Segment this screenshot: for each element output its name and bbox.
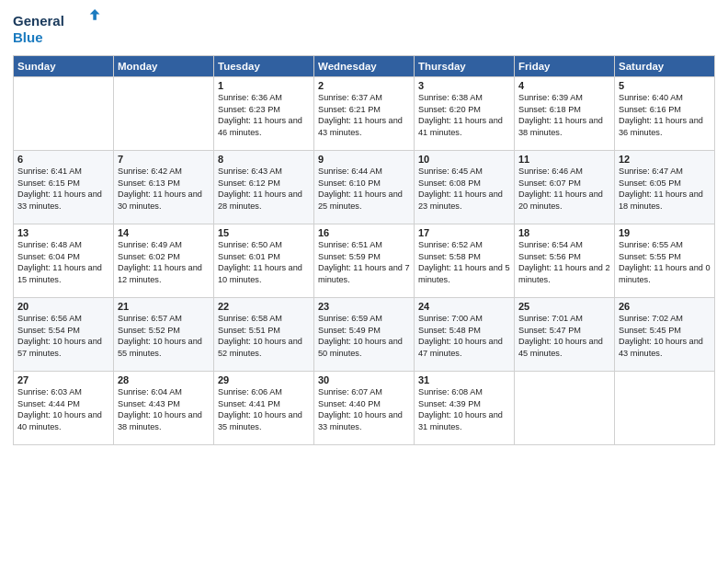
logo-svg: General Blue xyxy=(13,9,100,50)
calendar-cell: 27Sunrise: 6:03 AMSunset: 4:44 PMDayligh… xyxy=(14,372,114,445)
cell-content: Sunrise: 6:37 AMSunset: 6:21 PMDaylight:… xyxy=(318,92,410,139)
cell-content: Sunrise: 6:57 AMSunset: 5:52 PMDaylight:… xyxy=(118,313,210,360)
cell-content: Sunrise: 6:08 AMSunset: 4:39 PMDaylight:… xyxy=(418,386,510,433)
col-header-friday: Friday xyxy=(515,56,615,77)
day-number: 11 xyxy=(518,154,610,165)
calendar-cell: 12Sunrise: 6:47 AMSunset: 6:05 PMDayligh… xyxy=(615,151,715,224)
cell-content: Sunrise: 6:41 AMSunset: 6:15 PMDaylight:… xyxy=(17,166,109,213)
cell-content: Sunrise: 6:38 AMSunset: 6:20 PMDaylight:… xyxy=(418,92,510,139)
calendar-cell: 1Sunrise: 6:36 AMSunset: 6:23 PMDaylight… xyxy=(214,77,314,151)
calendar-cell: 23Sunrise: 6:59 AMSunset: 5:49 PMDayligh… xyxy=(314,298,415,372)
col-header-sunday: Sunday xyxy=(14,56,114,77)
calendar-cell: 31Sunrise: 6:08 AMSunset: 4:39 PMDayligh… xyxy=(415,372,515,445)
week-row-4: 20Sunrise: 6:56 AMSunset: 5:54 PMDayligh… xyxy=(14,298,715,372)
calendar-cell: 3Sunrise: 6:38 AMSunset: 6:20 PMDaylight… xyxy=(415,77,515,151)
header: General Blue xyxy=(13,9,715,50)
day-number: 27 xyxy=(17,374,109,385)
day-number: 6 xyxy=(17,154,109,165)
week-row-2: 6Sunrise: 6:41 AMSunset: 6:15 PMDaylight… xyxy=(14,151,715,224)
calendar-cell: 6Sunrise: 6:41 AMSunset: 6:15 PMDaylight… xyxy=(14,151,114,224)
cell-content: Sunrise: 6:49 AMSunset: 6:02 PMDaylight:… xyxy=(118,239,210,286)
day-number: 22 xyxy=(218,301,310,312)
cell-content: Sunrise: 6:44 AMSunset: 6:10 PMDaylight:… xyxy=(318,166,410,213)
day-number: 4 xyxy=(518,80,610,91)
svg-text:Blue: Blue xyxy=(13,29,43,45)
cell-content: Sunrise: 6:36 AMSunset: 6:23 PMDaylight:… xyxy=(218,92,310,139)
cell-content: Sunrise: 6:40 AMSunset: 6:16 PMDaylight:… xyxy=(619,92,711,139)
day-number: 18 xyxy=(518,227,610,238)
calendar-page: General Blue SundayMondayTuesdayWednesda… xyxy=(0,0,728,563)
calendar-cell: 9Sunrise: 6:44 AMSunset: 6:10 PMDaylight… xyxy=(314,151,415,224)
calendar-cell: 26Sunrise: 7:02 AMSunset: 5:45 PMDayligh… xyxy=(615,298,715,372)
header-row: SundayMondayTuesdayWednesdayThursdayFrid… xyxy=(14,56,715,77)
day-number: 30 xyxy=(318,374,410,385)
calendar-cell xyxy=(515,372,615,445)
day-number: 3 xyxy=(418,80,510,91)
cell-content: Sunrise: 6:55 AMSunset: 5:55 PMDaylight:… xyxy=(619,239,711,286)
day-number: 26 xyxy=(619,301,711,312)
cell-content: Sunrise: 7:01 AMSunset: 5:47 PMDaylight:… xyxy=(518,313,610,360)
cell-content: Sunrise: 6:51 AMSunset: 5:59 PMDaylight:… xyxy=(318,239,410,286)
cell-content: Sunrise: 6:07 AMSunset: 4:40 PMDaylight:… xyxy=(318,386,410,433)
cell-content: Sunrise: 6:03 AMSunset: 4:44 PMDaylight:… xyxy=(17,386,109,433)
day-number: 8 xyxy=(218,154,310,165)
calendar-cell: 24Sunrise: 7:00 AMSunset: 5:48 PMDayligh… xyxy=(415,298,515,372)
cell-content: Sunrise: 6:50 AMSunset: 6:01 PMDaylight:… xyxy=(218,239,310,286)
day-number: 14 xyxy=(118,227,210,238)
cell-content: Sunrise: 6:52 AMSunset: 5:58 PMDaylight:… xyxy=(418,239,510,286)
calendar-cell: 18Sunrise: 6:54 AMSunset: 5:56 PMDayligh… xyxy=(515,224,615,298)
calendar-cell: 21Sunrise: 6:57 AMSunset: 5:52 PMDayligh… xyxy=(114,298,214,372)
cell-content: Sunrise: 7:00 AMSunset: 5:48 PMDaylight:… xyxy=(418,313,510,360)
cell-content: Sunrise: 6:04 AMSunset: 4:43 PMDaylight:… xyxy=(118,386,210,433)
day-number: 2 xyxy=(318,80,410,91)
week-row-3: 13Sunrise: 6:48 AMSunset: 6:04 PMDayligh… xyxy=(14,224,715,298)
day-number: 1 xyxy=(218,80,310,91)
calendar-cell: 20Sunrise: 6:56 AMSunset: 5:54 PMDayligh… xyxy=(14,298,114,372)
week-row-5: 27Sunrise: 6:03 AMSunset: 4:44 PMDayligh… xyxy=(14,372,715,445)
week-row-1: 1Sunrise: 6:36 AMSunset: 6:23 PMDaylight… xyxy=(14,77,715,151)
day-number: 21 xyxy=(118,301,210,312)
day-number: 10 xyxy=(418,154,510,165)
col-header-saturday: Saturday xyxy=(615,56,715,77)
cell-content: Sunrise: 6:42 AMSunset: 6:13 PMDaylight:… xyxy=(118,166,210,213)
calendar-cell: 11Sunrise: 6:46 AMSunset: 6:07 PMDayligh… xyxy=(515,151,615,224)
calendar-cell: 13Sunrise: 6:48 AMSunset: 6:04 PMDayligh… xyxy=(14,224,114,298)
cell-content: Sunrise: 6:46 AMSunset: 6:07 PMDaylight:… xyxy=(518,166,610,213)
day-number: 9 xyxy=(318,154,410,165)
day-number: 17 xyxy=(418,227,510,238)
cell-content: Sunrise: 6:39 AMSunset: 6:18 PMDaylight:… xyxy=(518,92,610,139)
day-number: 16 xyxy=(318,227,410,238)
day-number: 12 xyxy=(619,154,711,165)
cell-content: Sunrise: 7:02 AMSunset: 5:45 PMDaylight:… xyxy=(619,313,711,360)
calendar-cell: 29Sunrise: 6:06 AMSunset: 4:41 PMDayligh… xyxy=(214,372,314,445)
day-number: 13 xyxy=(17,227,109,238)
cell-content: Sunrise: 6:45 AMSunset: 6:08 PMDaylight:… xyxy=(418,166,510,213)
cell-content: Sunrise: 6:06 AMSunset: 4:41 PMDaylight:… xyxy=(218,386,310,433)
col-header-wednesday: Wednesday xyxy=(314,56,415,77)
calendar-cell: 7Sunrise: 6:42 AMSunset: 6:13 PMDaylight… xyxy=(114,151,214,224)
calendar-cell: 28Sunrise: 6:04 AMSunset: 4:43 PMDayligh… xyxy=(114,372,214,445)
calendar-cell: 5Sunrise: 6:40 AMSunset: 6:16 PMDaylight… xyxy=(615,77,715,151)
calendar-cell xyxy=(615,372,715,445)
calendar-cell: 19Sunrise: 6:55 AMSunset: 5:55 PMDayligh… xyxy=(615,224,715,298)
cell-content: Sunrise: 6:58 AMSunset: 5:51 PMDaylight:… xyxy=(218,313,310,360)
calendar-cell: 4Sunrise: 6:39 AMSunset: 6:18 PMDaylight… xyxy=(515,77,615,151)
col-header-thursday: Thursday xyxy=(415,56,515,77)
calendar-cell: 8Sunrise: 6:43 AMSunset: 6:12 PMDaylight… xyxy=(214,151,314,224)
day-number: 31 xyxy=(418,374,510,385)
calendar-cell: 25Sunrise: 7:01 AMSunset: 5:47 PMDayligh… xyxy=(515,298,615,372)
calendar-cell: 15Sunrise: 6:50 AMSunset: 6:01 PMDayligh… xyxy=(214,224,314,298)
day-number: 23 xyxy=(318,301,410,312)
calendar-cell: 14Sunrise: 6:49 AMSunset: 6:02 PMDayligh… xyxy=(114,224,214,298)
cell-content: Sunrise: 6:56 AMSunset: 5:54 PMDaylight:… xyxy=(17,313,109,360)
cell-content: Sunrise: 6:59 AMSunset: 5:49 PMDaylight:… xyxy=(318,313,410,360)
cell-content: Sunrise: 6:43 AMSunset: 6:12 PMDaylight:… xyxy=(218,166,310,213)
calendar-cell xyxy=(14,77,114,151)
day-number: 7 xyxy=(118,154,210,165)
logo: General Blue xyxy=(13,9,100,50)
calendar-cell: 17Sunrise: 6:52 AMSunset: 5:58 PMDayligh… xyxy=(415,224,515,298)
svg-marker-2 xyxy=(90,9,100,20)
svg-text:General: General xyxy=(13,13,64,29)
day-number: 20 xyxy=(17,301,109,312)
calendar-table: SundayMondayTuesdayWednesdayThursdayFrid… xyxy=(13,55,715,445)
